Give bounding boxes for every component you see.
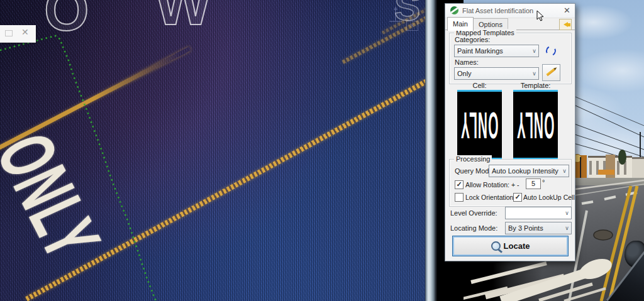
locating-mode-value: By 3 Points <box>506 224 563 232</box>
categories-value: Paint Markings <box>455 47 530 55</box>
mouse-cursor <box>536 10 545 23</box>
restore-icon[interactable] <box>5 30 13 36</box>
query-mode-value: Auto Lookup Intensity <box>489 167 560 175</box>
edit-template-button[interactable] <box>542 64 560 81</box>
level-override-dropdown[interactable]: ∨ <box>505 207 572 219</box>
chevron-down-icon: ∨ <box>563 210 571 216</box>
chevron-down-icon: ∨ <box>530 70 538 77</box>
cell-preview[interactable]: ONLY <box>457 90 502 160</box>
locating-mode-label: Locating Mode: <box>450 224 497 232</box>
pin-button[interactable] <box>559 19 572 30</box>
lock-orientation-label: Lock Orientation <box>465 194 513 201</box>
cell-preview-text: ONLY <box>460 104 498 146</box>
screen: O W S ONLY ✕ ✕ <box>0 0 644 301</box>
allow-rotation-label: Allow Rotation: + - <box>465 181 519 189</box>
names-value: Only <box>455 70 530 77</box>
group-label: Processing <box>454 155 492 163</box>
chevron-down-icon: ∨ <box>530 48 538 54</box>
view-box-icon: ✕ <box>406 21 418 31</box>
pencil-icon <box>546 68 555 76</box>
template-preview[interactable]: ONLY <box>513 90 558 160</box>
dialog-title: Flat Asset Identification <box>462 7 533 14</box>
query-mode-dropdown[interactable]: Auto Lookup Intensity ∨ <box>489 165 569 177</box>
lock-orientation-checkbox[interactable] <box>455 193 464 202</box>
mini-window-fragment: ✕ <box>0 25 36 43</box>
refresh-icon[interactable] <box>545 45 557 57</box>
locate-button[interactable]: Locate <box>452 236 569 256</box>
chevron-down-icon: ∨ <box>560 168 569 174</box>
locate-button-label: Locate <box>504 241 530 251</box>
names-dropdown[interactable]: Only ∨ <box>454 67 539 80</box>
close-icon[interactable]: ✕ <box>564 6 570 15</box>
chevron-down-icon: ∨ <box>563 225 571 231</box>
mapped-templates-group: Mapped Templates Categories: Paint Marki… <box>449 33 572 84</box>
template-preview-text: ONLY <box>516 104 554 146</box>
close-icon[interactable]: ✕ <box>21 27 29 37</box>
locating-mode-dropdown[interactable]: By 3 Points ∨ <box>505 222 572 234</box>
tab-main[interactable]: Main <box>447 17 474 31</box>
processing-group: Processing Query Mode: Auto Lookup Inten… <box>449 159 572 207</box>
level-override-label: Level Override: <box>450 209 497 217</box>
allow-rotation-checkbox[interactable]: ✓ <box>455 180 464 189</box>
acs-triad-icon <box>387 6 404 25</box>
green-dotted-path <box>0 0 425 301</box>
lidar-map-view[interactable]: O W S ONLY ✕ ✕ <box>0 0 425 301</box>
app-logo-icon <box>450 6 458 14</box>
pin-icon <box>564 22 568 27</box>
rotation-tolerance-input[interactable]: 5 <box>526 178 541 189</box>
categories-dropdown[interactable]: Paint Markings ∨ <box>454 45 539 57</box>
search-icon <box>491 241 501 251</box>
auto-lookup-cell-checkbox[interactable]: ✓ <box>513 193 522 202</box>
categories-label: Categories: <box>455 36 490 43</box>
auto-lookup-cell-label: Auto LookUp Cell <box>523 194 575 201</box>
window-border-divider[interactable] <box>425 0 437 301</box>
names-label: Names: <box>455 58 479 66</box>
dialog-titlebar[interactable]: Flat Asset Identification ✕ <box>445 4 575 18</box>
template-label: Template: <box>513 82 558 89</box>
flat-asset-identification-dialog: Flat Asset Identification ✕ Main Options… <box>445 3 575 261</box>
degree-suffix: ° <box>542 178 545 186</box>
cell-label: Cell: <box>457 82 502 89</box>
